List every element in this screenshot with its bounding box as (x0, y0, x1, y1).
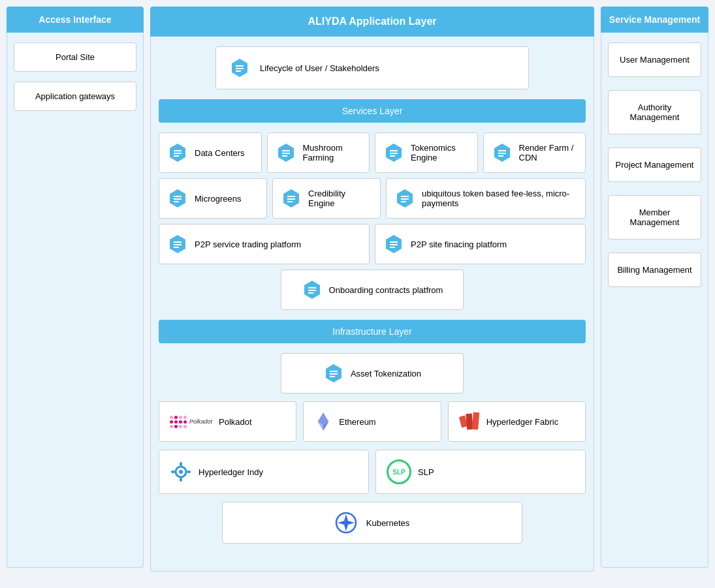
svg-rect-58 (171, 471, 175, 473)
slp-label: SLP (418, 467, 434, 477)
svg-rect-7 (174, 155, 179, 157)
project-mgmt-label: Project Management (616, 160, 694, 170)
tokenomics-card: Tokenomics Engine (375, 132, 478, 173)
svg-rect-26 (287, 198, 295, 200)
render-farm-icon (492, 142, 513, 163)
ethereum-card: Ethereum (303, 401, 441, 442)
data-centers-label: Data Centers (195, 148, 245, 158)
tokenomics-icon (383, 142, 404, 163)
billing-mgmt-label: Billing Management (617, 265, 691, 275)
svg-rect-39 (390, 247, 395, 248)
microgreens-card: Microgreens (159, 178, 267, 219)
app-gateways-label: Application gateways (35, 91, 115, 101)
p2p-service-label: P2P service trading platform (195, 240, 301, 249)
svg-rect-43 (308, 292, 313, 294)
right-sidebar-body: User Management Authority Management Pro… (601, 33, 708, 568)
asset-tokenization-row: Asset Tokenization (159, 353, 586, 394)
hyperledger-fabric-card: Hyperledger Fabric (448, 401, 586, 442)
svg-rect-9 (282, 150, 290, 151)
credibility-engine-label: Credibility Engine (308, 189, 372, 208)
svg-rect-6 (174, 153, 182, 154)
user-mgmt-card[interactable]: User Management (608, 42, 701, 77)
svg-rect-56 (180, 462, 182, 466)
kubernetes-card: Kubernetes (222, 502, 522, 544)
svg-rect-57 (180, 478, 182, 482)
app-layer-header: ALIYDA Application Layer (150, 7, 594, 37)
svg-rect-22 (174, 198, 182, 200)
user-mgmt-label: User Management (620, 55, 690, 65)
mushroom-farming-card: Mushroom Farming (267, 132, 370, 173)
left-sidebar: Access Interface Portal Site Application… (7, 7, 144, 581)
services-row2: Microgreens Credibility Engine ubiquitou… (159, 178, 586, 219)
svg-point-65 (344, 521, 348, 525)
svg-rect-18 (498, 153, 506, 154)
lifecycle-card: Lifecycle of User / Stakeholders (215, 46, 529, 89)
infra-header: Infrastructure Layer (159, 320, 586, 343)
mushroom-icon (276, 142, 296, 163)
left-sidebar-header: Access Interface (7, 7, 144, 33)
data-centers-icon (167, 142, 188, 163)
ethereum-label: Ethereum (339, 417, 375, 427)
hyperledger-indy-card: Hyperledger Indy (159, 450, 369, 494)
svg-rect-33 (174, 241, 182, 243)
main-layout: Access Interface Portal Site Application… (0, 0, 715, 588)
lifecycle-label: Lifecycle of User / Stakeholders (260, 63, 379, 73)
svg-rect-31 (401, 201, 406, 202)
asset-tokenization-label: Asset Tokenization (351, 369, 421, 379)
onboarding-card: Onboarding contracts platfrom (281, 270, 464, 310)
svg-rect-23 (174, 201, 179, 202)
mushroom-farming-label: Mushroom Farming (303, 143, 362, 162)
svg-rect-27 (287, 201, 293, 202)
services-header: Services Layer (159, 99, 586, 123)
app-layer-body: Lifecycle of User / Stakeholders Service… (150, 37, 594, 572)
app-gateways-card[interactable]: Application gateways (14, 82, 136, 111)
ubiquitous-card: ubiquitous token based fee-less, micro-p… (386, 178, 586, 219)
hyperledger-indy-label: Hyperledger Indy (199, 467, 263, 477)
svg-rect-19 (498, 155, 503, 157)
onboarding-icon (302, 279, 323, 300)
hyperledger-fabric-icon (459, 411, 480, 432)
polkadot-logo: Polkadot (170, 416, 212, 428)
authority-mgmt-label: Authority Management (630, 102, 680, 122)
svg-rect-35 (174, 247, 179, 248)
polkadot-label: Polkadot (219, 417, 252, 427)
kubernetes-icon (335, 512, 357, 534)
render-farm-label: Render Farm / CDN (519, 143, 578, 162)
infra-section: Infrastructure Layer Asset Tokenization (159, 320, 586, 544)
right-sidebar: Service Management User Management Autho… (601, 7, 708, 581)
member-mgmt-label: Member Management (630, 208, 680, 227)
render-farm-card: Render Farm / CDN (483, 132, 586, 173)
svg-rect-59 (187, 471, 191, 473)
svg-rect-29 (401, 196, 409, 197)
svg-rect-21 (174, 196, 182, 197)
project-mgmt-card[interactable]: Project Management (608, 147, 701, 182)
svg-rect-17 (498, 150, 506, 151)
svg-rect-1 (236, 65, 244, 67)
portal-site-card[interactable]: Portal Site (14, 42, 136, 72)
billing-mgmt-card[interactable]: Billing Management (608, 253, 701, 287)
infra-row2: Hyperledger Indy SLP SLP (159, 450, 586, 494)
slp-card: SLP SLP (375, 450, 586, 494)
ubiquitous-icon (394, 188, 415, 209)
polkadot-card: Polkadot Polkadot (159, 401, 296, 442)
center-panel: ALIYDA Application Layer Lifecycle of Us… (150, 7, 594, 581)
authority-mgmt-card[interactable]: Authority Management (608, 90, 701, 134)
svg-rect-46 (330, 373, 338, 375)
portal-site-label: Portal Site (56, 52, 95, 62)
svg-rect-38 (390, 244, 398, 245)
lifecycle-icon (229, 57, 250, 78)
slp-icon: SLP (387, 459, 411, 484)
infra-row1: Polkadot Polkadot Ethereum (159, 401, 586, 442)
svg-rect-30 (401, 198, 409, 200)
svg-rect-14 (390, 153, 398, 154)
svg-rect-37 (390, 241, 398, 243)
p2p-service-card: P2P service trading platform (159, 224, 370, 264)
svg-rect-10 (282, 153, 290, 154)
asset-tokenization-card: Asset Tokenization (281, 353, 464, 394)
credibility-engine-card: Credibility Engine (272, 178, 381, 219)
member-mgmt-card[interactable]: Member Management (608, 195, 701, 240)
services-row1: Data Centers Mushroom Farming Tokenomics… (159, 132, 586, 173)
right-sidebar-header: Service Management (601, 7, 708, 33)
p2p-site-icon (383, 234, 404, 255)
svg-rect-42 (308, 290, 316, 291)
